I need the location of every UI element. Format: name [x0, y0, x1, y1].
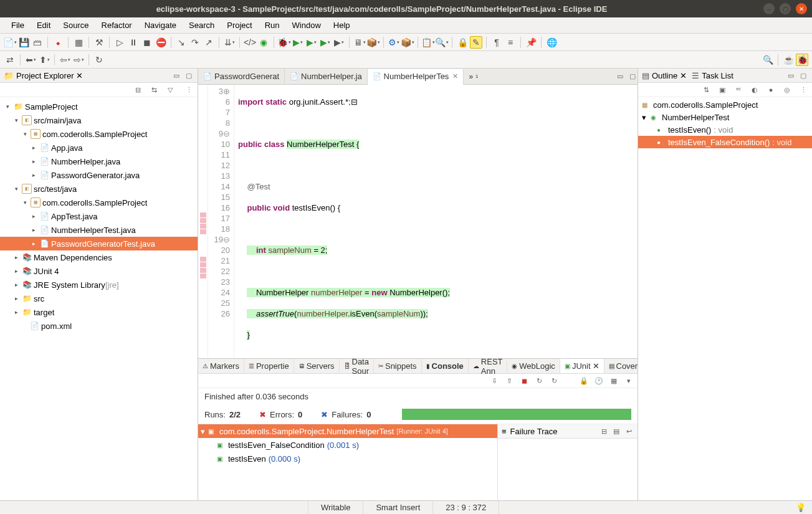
menu-refactor[interactable]: Refactor [95, 18, 138, 32]
tab-overflow-icon[interactable]: »1 [464, 69, 483, 84]
minimize-view-icon[interactable]: ▭ [171, 70, 181, 80]
refresh-icon[interactable]: ↻ [93, 54, 105, 66]
tree-file-apptest[interactable]: ▸📄AppTest.java [0, 209, 198, 223]
tab-numberhelper[interactable]: 📄NumberHelper.ja [285, 69, 368, 84]
tab-markers[interactable]: ⚠Markers [198, 359, 244, 373]
editor-minimize-icon[interactable]: ▭ [615, 72, 625, 82]
tip-icon[interactable]: 💡 [796, 503, 806, 512]
outline-max-icon[interactable]: ▢ [798, 70, 808, 80]
coverage-icon[interactable]: ▶ [305, 36, 318, 49]
save-icon[interactable]: 💾 [17, 36, 30, 49]
search-icon[interactable]: 🔍 [436, 36, 448, 49]
filter-trace-icon[interactable]: ▤ [611, 426, 621, 436]
maximize-view-icon[interactable]: ▢ [184, 70, 194, 80]
outline-class[interactable]: ▾◉NumberHelperTest [638, 111, 812, 123]
opentask-icon[interactable]: 📋 [422, 36, 434, 49]
lock-icon[interactable]: 🔒 [456, 36, 469, 49]
highlight-icon[interactable]: ✎ [470, 36, 482, 49]
tree-pom[interactable]: 📄pom.xml [0, 319, 198, 333]
build-icon[interactable]: ⚒ [93, 36, 105, 49]
junit-next-icon[interactable]: ⇧ [504, 376, 514, 386]
run-icon[interactable]: ▶ [292, 36, 304, 49]
menu-help[interactable]: Help [327, 18, 356, 32]
project-tree[interactable]: ▾📁SampleProject ▾◧src/main/java ▾▦com.co… [0, 97, 198, 500]
drop-icon[interactable]: ⇊ [223, 36, 236, 49]
view-close-icon[interactable]: ✕ [76, 71, 83, 80]
editor-maximize-icon[interactable]: ▢ [628, 72, 638, 82]
hide-local-icon[interactable]: ● [766, 85, 776, 95]
tree-file-passwordgentest[interactable]: ▸📄PasswordGeneratorTest.java [0, 237, 198, 250]
tree-junit[interactable]: ▸📚JUnit 4 [0, 264, 198, 278]
tree-pkg-test[interactable]: ▾▦com.coderolls.SampleProject [0, 196, 198, 209]
stop-icon[interactable]: ⬥ [52, 36, 64, 49]
link-editor-icon[interactable]: ⇆ [149, 85, 159, 95]
focus-icon[interactable]: ◎ [782, 85, 792, 95]
tree-target-folder[interactable]: ▸📁target [0, 305, 198, 319]
code-editor[interactable]: 3⊕6789⊖10111213141516171819⊖202122232425… [198, 85, 638, 358]
tree-src-main[interactable]: ▾◧src/main/java [0, 113, 198, 127]
tree-project[interactable]: ▾📁SampleProject [0, 100, 198, 113]
pin-icon[interactable]: 📌 [525, 36, 537, 49]
menu-search[interactable]: Search [183, 18, 221, 32]
junit-history-icon[interactable]: 🕐 [594, 376, 604, 386]
junit-rerunfail-icon[interactable]: ↻ [549, 376, 559, 386]
junit-stop-icon[interactable]: ◼ [519, 376, 529, 386]
menu-run[interactable]: Run [259, 18, 286, 32]
coverage-run-icon[interactable]: ◉ [257, 36, 270, 49]
tab-junit[interactable]: ▣JUnit ✕ [560, 359, 604, 373]
junit-prev-icon[interactable]: ⇩ [489, 376, 499, 386]
tree-jre[interactable]: ▸📚JRE System Library [jre] [0, 278, 198, 292]
menu-source[interactable]: Source [57, 18, 95, 32]
tree-file-numberhelpertest[interactable]: ▸📄NumberHelperTest.java [0, 223, 198, 237]
quickaccess-icon[interactable]: 🔍 [762, 54, 774, 66]
stepover-icon[interactable]: ↷ [189, 36, 201, 49]
junit-close-icon[interactable]: ✕ [593, 361, 599, 371]
junit-rerun-icon[interactable]: ↻ [534, 376, 544, 386]
maximize-button[interactable]: ▢ [780, 3, 791, 14]
runlast-icon[interactable]: ▶ [319, 36, 332, 49]
save-all-icon[interactable]: 🗃 [31, 36, 44, 49]
disconnect-icon[interactable]: ⛔ [155, 36, 167, 49]
perspective-java-icon[interactable]: ☕ [782, 54, 795, 66]
tab-console[interactable]: ▮Console [422, 359, 469, 373]
tree-file-passwordgen[interactable]: ▸📄PasswordGenerator.java [0, 168, 198, 182]
menu-file[interactable]: File [5, 18, 31, 32]
resume-icon[interactable]: ▷ [113, 36, 126, 49]
wrap-icon[interactable]: ↩ [624, 426, 634, 436]
tab-snippets[interactable]: ✂Snippets [374, 359, 422, 373]
menu-project[interactable]: Project [221, 18, 258, 32]
junit-test1[interactable]: ▣testIsEven_FalseCondition (0.001 s) [198, 438, 497, 452]
junit-menu-icon[interactable]: ▾ [624, 376, 634, 386]
stepreturn-icon[interactable]: ↗ [203, 36, 215, 49]
tab-numberhelpertest[interactable]: 📄NumberHelperTes✕ [368, 69, 464, 85]
filter-icon[interactable]: ▽ [165, 85, 175, 95]
minimize-button[interactable]: – [763, 3, 775, 14]
perspective-debug-icon[interactable]: 🐞 [796, 54, 808, 66]
tree-file-numberhelper[interactable]: ▸📄NumberHelper.java [0, 155, 198, 168]
outline-viewmenu-icon[interactable]: ⋮ [798, 85, 808, 95]
tab-coverage[interactable]: ▤Coverage [604, 359, 638, 373]
menu-window[interactable]: Window [286, 18, 327, 32]
junit-test2[interactable]: ▣testIsEven (0.000 s) [198, 452, 497, 465]
tree-file-app[interactable]: ▸📄App.java [0, 141, 198, 155]
toggle-comment-icon[interactable]: ¶ [490, 36, 503, 49]
sort-icon[interactable]: ⇅ [701, 85, 711, 95]
tree-src-test[interactable]: ▾◧src/test/java [0, 182, 198, 196]
junit-tree[interactable]: ▾▣com.coderolls.SampleProject.NumberHelp… [198, 424, 497, 500]
ant-icon[interactable]: </> [244, 36, 256, 49]
compare-icon[interactable]: ⊟ [599, 426, 609, 436]
outline-min-icon[interactable]: ▭ [786, 70, 796, 80]
tab-properties[interactable]: ☰Propertie [244, 359, 294, 373]
tree-maven[interactable]: ▸📚Maven Dependencies [0, 250, 198, 264]
newjpa-icon[interactable]: 📦 [367, 36, 380, 49]
hide-fields-icon[interactable]: ▣ [717, 85, 727, 95]
hide-static-icon[interactable]: ᵃᶻ [733, 85, 743, 95]
close-button[interactable]: ✕ [796, 3, 807, 14]
new-icon[interactable]: 📄 [4, 36, 16, 49]
outline-close-icon[interactable]: ✕ [680, 71, 687, 80]
external-icon[interactable]: ▶ [333, 36, 345, 49]
outline-tree[interactable]: ▦com.coderolls.SampleProject ▾◉NumberHel… [638, 97, 812, 500]
junit-layout-icon[interactable]: ▦ [609, 376, 619, 386]
newjava-icon[interactable]: ⚙ [388, 36, 400, 49]
menu-edit[interactable]: Edit [31, 18, 57, 32]
